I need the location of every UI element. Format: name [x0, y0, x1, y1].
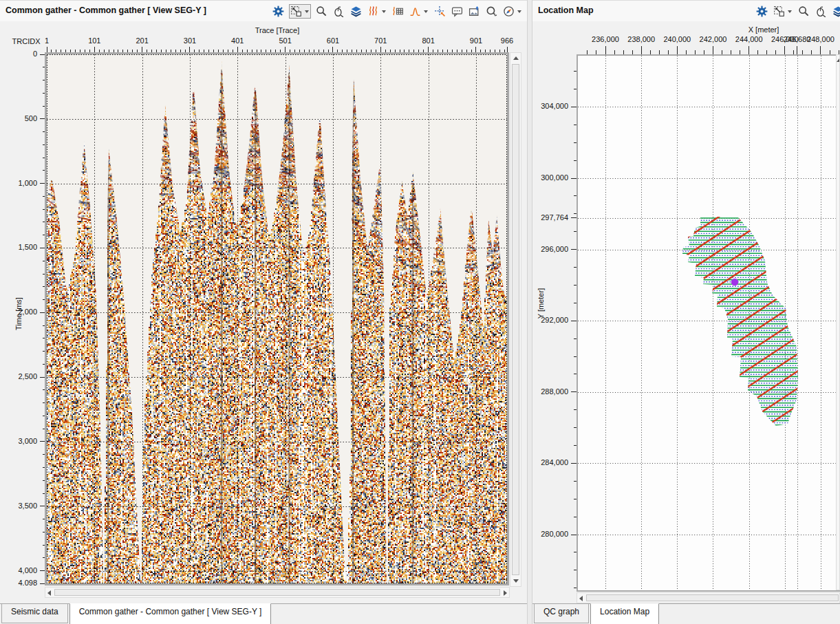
fit-view-button[interactable] — [289, 4, 311, 19]
pick-crosshair-button[interactable] — [433, 5, 446, 18]
settings-icon — [272, 6, 284, 17]
time-tick-label: 500 — [0, 114, 37, 122]
seismic-plot-canvas[interactable] — [47, 54, 507, 583]
q-tool-button[interactable] — [485, 5, 498, 18]
map-x-tick — [677, 46, 678, 54]
map-zoom-icon — [798, 6, 810, 17]
map-x-tick-label: 248,000 — [807, 35, 834, 43]
histogram-dropdown-caret-icon[interactable] — [424, 10, 428, 15]
panel-divider[interactable] — [527, 0, 532, 624]
map-x-tick-label: 242,000 — [700, 35, 727, 43]
map-plot-frame — [577, 54, 840, 592]
map-plot-canvas[interactable] — [578, 56, 840, 590]
wiggle-display-dropdown-caret-icon[interactable] — [382, 10, 386, 15]
trace-tick-label: 301 — [184, 36, 196, 45]
mouse-select-button[interactable] — [332, 5, 345, 18]
layers-button[interactable] — [349, 5, 363, 18]
scroll-up-arrow-icon[interactable] — [837, 58, 840, 62]
trace-index-corner-label: TRCIDX — [12, 37, 41, 45]
time-tick-label: 2,000 — [0, 308, 37, 316]
map-zoom-button[interactable] — [797, 5, 810, 18]
wiggle-display-button[interactable] — [367, 5, 387, 18]
settings-button[interactable] — [272, 5, 285, 18]
compass-dropdown-caret-icon[interactable] — [517, 10, 521, 15]
fit-view-dropdown-caret-icon[interactable] — [305, 10, 309, 15]
time-tick-label: 4,000 — [0, 566, 37, 574]
scroll-left-arrow-icon[interactable] — [579, 596, 583, 601]
map-y-tick — [571, 321, 577, 321]
trace-tick-label: 401 — [231, 36, 244, 45]
map-y-tick — [571, 217, 577, 218]
seismic-tabbar: Seismic dataCommon gather - Common gathe… — [0, 603, 527, 624]
map-fit-view-icon — [773, 6, 785, 17]
map-y-tick — [571, 391, 577, 392]
seismic-toolbar — [272, 2, 523, 20]
seismic-panel-title: Common gather - Common gather [ View SEG… — [6, 6, 206, 15]
map-horizontal-scrollbar[interactable] — [577, 592, 840, 603]
time-tick-label: 1,000 — [0, 179, 37, 187]
fit-view-icon — [290, 6, 302, 17]
map-y-tick-label: 292,000 — [532, 316, 568, 324]
map-y-tick — [571, 178, 577, 179]
trace-tick-label: 501 — [279, 36, 291, 45]
compass-button[interactable] — [502, 5, 523, 18]
comments-button[interactable] — [451, 5, 464, 18]
compass-icon — [503, 6, 515, 17]
scroll-thumb[interactable] — [54, 589, 500, 596]
seismic-panel: Common gather - Common gather [ View SEG… — [0, 0, 527, 624]
comments-icon — [451, 6, 463, 17]
map-x-tick-label: 238,000 — [627, 35, 655, 43]
tab-common-gather-common-gather-view-seg-y[interactable]: Common gather - Common gather [ View SEG… — [69, 603, 272, 624]
map-y-tick-label: 300,000 — [532, 173, 568, 182]
trace-table-icon — [392, 6, 404, 17]
trace-tick-label: 101 — [88, 36, 100, 45]
map-y-axis-title: Y [meter] — [537, 288, 545, 319]
time-tick-label: 3,000 — [0, 437, 37, 445]
scroll-down-arrow-icon[interactable] — [513, 579, 519, 583]
trace-tick-label: 1 — [45, 36, 49, 45]
map-mouse-select-icon — [815, 6, 827, 17]
map-y-tick — [571, 535, 577, 535]
map-x-tick-label: 236,000 — [592, 35, 619, 43]
time-tick-label: 3,500 — [0, 502, 37, 510]
trace-table-button[interactable] — [391, 5, 405, 18]
tab-qc-graph[interactable]: QC graph — [534, 604, 589, 623]
map-fit-view-dropdown-caret-icon[interactable] — [788, 10, 792, 15]
map-settings-button[interactable] — [755, 5, 768, 18]
trace-tick-label: 901 — [470, 36, 482, 45]
map-y-tick-label: 297,764 — [532, 213, 568, 222]
histogram-button[interactable] — [409, 5, 429, 18]
zoom-button[interactable] — [315, 5, 328, 18]
mouse-select-icon — [333, 6, 345, 17]
export-image-button[interactable] — [468, 5, 481, 18]
map-x-tick-label: 244,000 — [735, 35, 763, 43]
map-mouse-select-button[interactable] — [815, 5, 828, 18]
map-settings-icon — [756, 6, 768, 17]
map-layers-button[interactable] — [832, 5, 840, 18]
trace-tick-label: 801 — [422, 36, 434, 45]
tab-location-map[interactable]: Location Map — [590, 603, 659, 624]
seismic-horizontal-scrollbar[interactable] — [45, 587, 510, 598]
q-tool-icon — [486, 6, 497, 17]
scroll-thumb[interactable] — [586, 594, 839, 601]
map-vertical-scrollbar[interactable] — [836, 54, 840, 590]
seismic-vertical-scrollbar[interactable] — [510, 52, 521, 587]
layers-icon — [350, 6, 362, 17]
map-y-tick-label: 280,000 — [532, 530, 568, 538]
trace-tick-label: 201 — [136, 36, 148, 45]
map-y-tick-label: 304,000 — [532, 102, 568, 110]
time-tick-label: 4.098 — [0, 579, 37, 587]
map-layers-icon — [832, 6, 840, 17]
wiggle-display-icon — [367, 6, 379, 17]
app-window: Common gather - Common gather [ View SEG… — [0, 0, 840, 624]
map-y-tick — [571, 249, 577, 250]
map-fit-view-button[interactable] — [773, 5, 793, 18]
scroll-up-arrow-icon[interactable] — [513, 56, 519, 60]
scroll-thumb[interactable] — [512, 64, 519, 575]
tab-seismic-data[interactable]: Seismic data — [1, 604, 68, 623]
map-panel-title: Location Map — [538, 6, 594, 15]
scroll-right-arrow-icon[interactable] — [504, 590, 507, 596]
map-panel-header: Location Map — [532, 1, 840, 21]
map-y-tick-label: 296,000 — [532, 245, 568, 253]
scroll-left-arrow-icon[interactable] — [47, 590, 51, 596]
